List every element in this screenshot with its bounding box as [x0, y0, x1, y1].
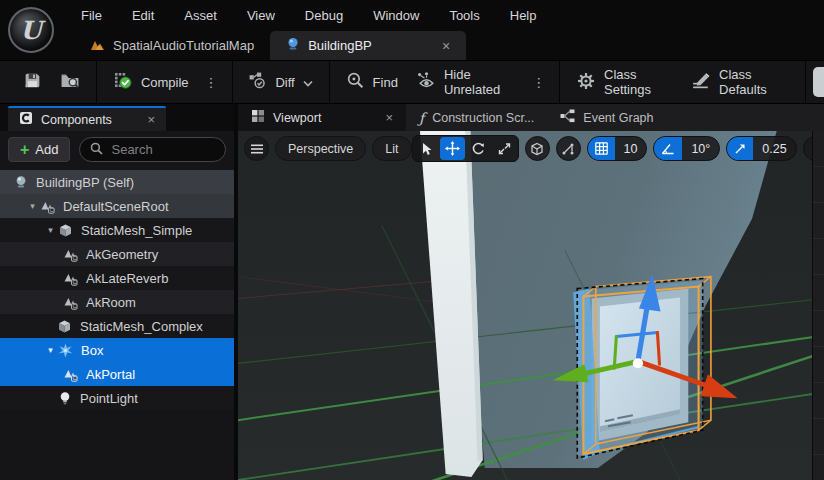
rotation-snap-value: 10°: [682, 137, 719, 160]
menu-debug[interactable]: Debug: [290, 8, 358, 23]
menu-file[interactable]: File: [66, 8, 117, 23]
tree-row-label: StaticMesh_Simple: [81, 223, 192, 238]
components-tab-strip: Components ×: [0, 104, 234, 131]
class-settings-button[interactable]: Class Settings: [567, 66, 682, 98]
lit-dropdown[interactable]: Lit: [372, 136, 411, 161]
expand-arrow-icon[interactable]: ▾: [44, 225, 57, 235]
perspective-dropdown[interactable]: Perspective: [275, 136, 366, 161]
viewport-tab-strip: Viewport × ƒ Construction Scr... Event G…: [238, 104, 824, 131]
compile-button[interactable]: Compile: [104, 66, 198, 98]
close-panel-icon[interactable]: ×: [147, 112, 155, 127]
diff-button[interactable]: Diff: [239, 66, 321, 98]
simulation-button-partial[interactable]: [813, 67, 824, 97]
compile-options-kebab-icon[interactable]: ⋮: [198, 75, 225, 90]
tab-viewport[interactable]: Viewport ×: [238, 104, 406, 131]
tree-row-staticmesh-simple[interactable]: ▾ StaticMesh_Simple: [0, 218, 234, 242]
class-settings-label: Class Settings: [604, 67, 673, 97]
tree-row-label: AkRoom: [86, 295, 136, 310]
plus-icon: +: [20, 142, 29, 158]
pencil-icon: [691, 71, 711, 93]
diff-icon: [248, 71, 267, 93]
function-icon: ƒ: [419, 110, 424, 126]
tab-event-graph[interactable]: Event Graph: [547, 104, 666, 131]
hide-unrelated-eye-icon: [416, 71, 436, 93]
expand-arrow-icon[interactable]: ▾: [26, 201, 39, 211]
close-tab-icon[interactable]: ×: [418, 38, 450, 54]
menu-window[interactable]: Window: [358, 8, 434, 23]
find-button[interactable]: Find: [337, 66, 407, 98]
save-icon: [23, 71, 42, 93]
cursor-icon: [420, 142, 433, 156]
3d-viewport-scene[interactable]: Perspective Lit: [238, 131, 824, 480]
scale-tool-button[interactable]: [492, 137, 517, 160]
hide-unrelated-label: Hide Unrelated: [444, 67, 516, 97]
add-component-button[interactable]: + Add: [8, 137, 70, 162]
hide-unrelated-button[interactable]: Hide Unrelated: [407, 66, 525, 98]
tab-construction-script[interactable]: ƒ Construction Scr...: [406, 104, 547, 131]
gizmo-plane-handle[interactable]: [614, 336, 616, 368]
viewport-tab-label: Viewport: [273, 111, 321, 125]
compile-icon: [113, 71, 133, 94]
panel-tab-label: Components: [41, 113, 112, 127]
lit-label: Lit: [385, 142, 398, 156]
construction-tab-label: Construction Scr...: [432, 111, 534, 125]
expand-arrow-icon[interactable]: ▾: [44, 345, 57, 355]
menu-view[interactable]: View: [232, 8, 290, 23]
rotation-snap-control[interactable]: 10°: [653, 136, 720, 161]
component-search-box[interactable]: [79, 137, 226, 162]
tree-row-aklatereverb[interactable]: C AkLateReverb: [0, 266, 234, 290]
angle-snap-icon: [654, 137, 682, 160]
menu-help[interactable]: Help: [495, 8, 552, 23]
tree-row-akgeometry[interactable]: C AkGeometry: [0, 242, 234, 266]
box-component-icon: [57, 342, 74, 358]
browse-asset-button[interactable]: [51, 66, 89, 98]
world-gizmo-icon: [530, 142, 544, 156]
viewport-toolbar-overlay: Perspective Lit: [244, 135, 807, 162]
gizmo-plane-handle[interactable]: [657, 332, 659, 364]
tree-row-akportal[interactable]: C AkPortal: [0, 362, 234, 386]
find-label: Find: [373, 75, 398, 90]
menu-tools[interactable]: Tools: [434, 8, 494, 23]
tree-row-pointlight[interactable]: PointLight: [0, 386, 234, 410]
search-input[interactable]: [111, 142, 215, 157]
close-tab-icon[interactable]: ×: [367, 110, 393, 125]
toolbar-divider: [805, 61, 806, 104]
menu-edit[interactable]: Edit: [117, 8, 169, 23]
move-tool-button[interactable]: [440, 137, 465, 160]
scale-snap-control[interactable]: 0.25: [726, 136, 796, 161]
move-icon: [445, 141, 460, 156]
tab-spatial-audio-tutorial-map[interactable]: SpatialAudioTutorialMap: [74, 31, 270, 60]
components-panel: Components × + Add: [0, 104, 238, 480]
tree-row-buildingbp-self[interactable]: BuildingBP (Self): [0, 170, 234, 194]
scale-snap-icon: [727, 137, 753, 160]
gizmo-center-handle[interactable]: [633, 358, 643, 368]
tab-components[interactable]: Components ×: [8, 106, 166, 131]
tree-row-box[interactable]: ▾ Box: [0, 338, 234, 362]
event-graph-tab-label: Event Graph: [583, 111, 653, 125]
event-graph-icon: [560, 109, 575, 126]
save-button[interactable]: [14, 66, 51, 98]
static-mesh-icon: [57, 222, 74, 238]
tree-row-akroom[interactable]: C AkRoom: [0, 290, 234, 314]
world-local-gizmo-button[interactable]: [525, 136, 550, 161]
unreal-engine-logo-icon[interactable]: U: [8, 7, 54, 53]
tree-row-staticmesh-complex[interactable]: StaticMesh_Complex: [0, 314, 234, 338]
scene-component-icon: C: [62, 294, 79, 310]
class-defaults-button[interactable]: Class Defaults: [682, 66, 798, 98]
viewport-options-menu-button[interactable]: [244, 136, 269, 161]
menu-asset[interactable]: Asset: [169, 8, 232, 23]
select-tool-button[interactable]: [414, 137, 439, 160]
tree-row-label: BuildingBP (Self): [36, 175, 134, 190]
tab-building-bp[interactable]: BuildingBP ×: [270, 31, 466, 60]
3d-world-render[interactable]: [238, 131, 824, 480]
rotate-tool-button[interactable]: [466, 137, 491, 160]
blueprint-toolbar: Compile ⋮ Diff Find Hide Unrelated ⋮: [0, 60, 824, 103]
class-defaults-label: Class Defaults: [719, 67, 789, 97]
surface-snapping-button[interactable]: [556, 136, 581, 161]
hide-unrelated-options-kebab-icon[interactable]: ⋮: [525, 75, 552, 90]
grid-snap-control[interactable]: 10: [587, 136, 648, 161]
tree-row-label: DefaultSceneRoot: [63, 199, 169, 214]
hamburger-icon: [251, 144, 263, 154]
asset-tab-strip: SpatialAudioTutorialMap BuildingBP ×: [62, 30, 824, 60]
tree-row-defaultsceneroot[interactable]: ▾ C DefaultSceneRoot: [0, 194, 234, 218]
